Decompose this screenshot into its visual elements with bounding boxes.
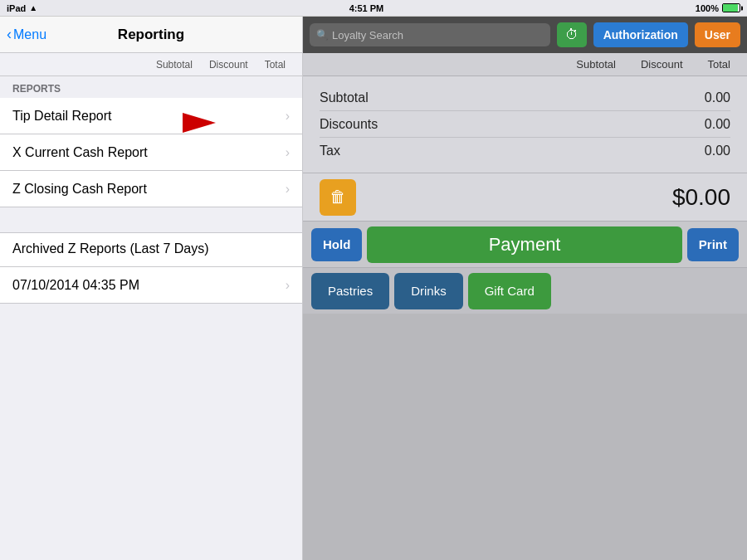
status-right: 100%	[696, 3, 740, 13]
archived-date-label: 07/10/2014 04:35 PM	[12, 278, 139, 293]
time-display: 4:51 PM	[349, 3, 384, 13]
pos-subtotal-header: Subtotal	[576, 58, 616, 71]
hold-button[interactable]: Hold	[311, 228, 362, 261]
tip-detail-label: Tip Detail Report	[12, 109, 111, 124]
order-summary: Subtotal 0.00 Discounts 0.00 Tax 0.00	[303, 76, 747, 173]
drinks-button[interactable]: Drinks	[394, 273, 463, 309]
user-button[interactable]: User	[695, 22, 740, 47]
print-button[interactable]: Print	[687, 228, 739, 261]
battery-percent: 100%	[696, 3, 719, 13]
clock-icon: ⏱	[565, 27, 579, 42]
right-panel: 🔍 Loyalty Search ⏱ Authorization User Su…	[303, 17, 747, 560]
archived-chevron-icon: ›	[286, 278, 290, 293]
back-label: Menu	[13, 27, 46, 42]
archived-title: Archived Z Reports (Last 7 Days)	[12, 241, 290, 256]
subtotal-value: 0.00	[705, 90, 730, 105]
section-gap	[0, 207, 302, 232]
tax-row: Tax 0.00	[320, 138, 730, 164]
trash-button[interactable]: 🗑	[320, 179, 356, 216]
x-cash-chevron-icon: ›	[286, 145, 290, 160]
nav-bar: ‹ Menu Reporting	[0, 17, 302, 53]
tax-value: 0.00	[705, 144, 730, 158]
payment-label: Payment	[489, 234, 561, 256]
total-row: 🗑 $0.00	[303, 173, 747, 221]
x-cash-label: X Current Cash Report	[12, 145, 148, 160]
payment-button[interactable]: Payment	[367, 226, 682, 263]
print-label: Print	[699, 237, 727, 251]
archived-section: Archived Z Reports (Last 7 Days)	[0, 232, 302, 267]
reports-section-header: REPORTS	[0, 76, 302, 98]
total-amount: $0.00	[672, 184, 730, 211]
gift-card-label: Gift Card	[485, 284, 535, 298]
pastries-button[interactable]: Pastries	[311, 273, 389, 309]
gift-card-button[interactable]: Gift Card	[468, 273, 551, 309]
pos-content: Subtotal 0.00 Discounts 0.00 Tax 0.00 🗑 …	[303, 76, 747, 560]
z-closing-cash-report-item[interactable]: Z Closing Cash Report ›	[0, 171, 302, 207]
pos-col-headers: Subtotal Discount Total	[303, 53, 747, 76]
nav-title: Reporting	[118, 27, 184, 43]
status-bar: iPad ▲ 4:51 PM 100%	[0, 0, 747, 17]
loyalty-search-placeholder: Loyalty Search	[332, 29, 403, 41]
subtotal-row: Subtotal 0.00	[320, 85, 730, 111]
search-icon: 🔍	[316, 29, 329, 41]
pos-total-header: Total	[708, 58, 730, 71]
auth-label: Authorization	[603, 28, 678, 41]
col-total: Total	[265, 59, 286, 71]
tip-detail-report-item[interactable]: Tip Detail Report ›	[0, 98, 302, 134]
discounts-label: Discounts	[320, 117, 378, 132]
loyalty-search-box[interactable]: 🔍 Loyalty Search	[310, 23, 550, 46]
tax-label: Tax	[320, 144, 340, 158]
col-discount: Discount	[209, 59, 248, 71]
clock-button[interactable]: ⏱	[557, 22, 587, 47]
drinks-label: Drinks	[411, 284, 447, 298]
category-row: Pastries Drinks Gift Card	[303, 267, 747, 314]
trash-icon: 🗑	[330, 187, 346, 207]
back-chevron-icon: ‹	[7, 26, 12, 43]
discounts-value: 0.00	[705, 117, 730, 132]
nav-back-button[interactable]: ‹ Menu	[7, 26, 46, 43]
col-subtotal: Subtotal	[156, 59, 193, 71]
z-cash-chevron-icon: ›	[286, 182, 290, 197]
payment-row: Hold Payment Print	[303, 221, 747, 267]
tip-detail-chevron-icon: ›	[286, 109, 290, 124]
pos-top-bar: 🔍 Loyalty Search ⏱ Authorization User	[303, 17, 747, 53]
discounts-row: Discounts 0.00	[320, 111, 730, 138]
pos-empty-area	[303, 314, 747, 560]
x-current-cash-report-item[interactable]: X Current Cash Report ›	[0, 134, 302, 171]
left-panel: ‹ Menu Reporting Subtotal Discount Total…	[0, 17, 303, 560]
user-label: User	[705, 28, 730, 41]
table-header-row: Subtotal Discount Total	[0, 53, 302, 76]
pos-discount-header: Discount	[641, 58, 683, 71]
authorization-button[interactable]: Authorization	[593, 22, 688, 47]
battery-fill	[723, 4, 738, 12]
wifi-icon: ▲	[29, 3, 37, 12]
device-label: iPad	[7, 3, 26, 13]
subtotal-label: Subtotal	[320, 90, 369, 105]
battery-icon	[722, 3, 740, 12]
archived-sub-item[interactable]: 07/10/2014 04:35 PM ›	[0, 267, 302, 304]
status-left: iPad ▲	[7, 3, 37, 13]
z-cash-label: Z Closing Cash Report	[12, 182, 147, 197]
pastries-label: Pastries	[328, 284, 373, 298]
hold-label: Hold	[323, 237, 350, 251]
main-container: ‹ Menu Reporting Subtotal Discount Total…	[0, 17, 747, 560]
